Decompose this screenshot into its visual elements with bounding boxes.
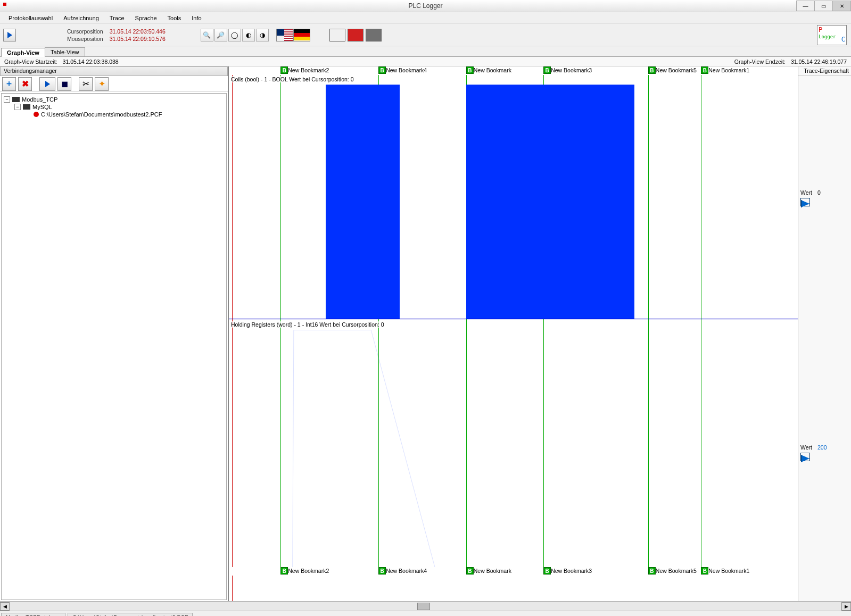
start-time-value: 31.05.14 22:03:38.038 xyxy=(63,59,119,65)
trace-properties-panel: Trace-Eigenschaft Wert 0 Wert 200 xyxy=(798,66,851,601)
color-swatch-2[interactable] xyxy=(348,29,363,41)
chart-pane-holding[interactable]: Holding Registers (word) - 1 - Int16 Wer… xyxy=(229,320,798,567)
tab-table-view[interactable]: Table-View xyxy=(45,47,85,56)
menu-trace[interactable]: Trace xyxy=(104,13,130,23)
bookmark-0[interactable]: BNew Bookmark2 xyxy=(280,66,329,74)
wert-label-1: Wert xyxy=(800,189,812,196)
menu-info[interactable]: Info xyxy=(186,13,206,23)
scroll-right-button[interactable]: ▶ xyxy=(841,602,851,611)
bookmark-icon: B xyxy=(280,567,288,575)
wert-value-1: 0 xyxy=(817,189,821,196)
zoom-fit-button[interactable]: ◯ xyxy=(228,29,241,41)
bookmark-label: New Bookmark xyxy=(474,568,511,574)
menu-sprache[interactable]: Sprache xyxy=(130,13,162,23)
app-logo: P Logger C xyxy=(817,25,847,45)
bookmark-label: New Bookmark2 xyxy=(288,568,329,574)
scroll-thumb[interactable] xyxy=(417,603,430,610)
delete-connection-button[interactable]: ✖ xyxy=(18,77,32,91)
zoom-group: 🔍 🔎 ◯ ◐ ◑ xyxy=(201,29,269,41)
clear-button[interactable]: ✦ xyxy=(95,77,109,91)
bookmark-label: New Bookmark1 xyxy=(708,568,749,574)
cursor-pos-value: 31.05.14 22:03:50.446 xyxy=(110,28,166,35)
end-time-label: Graph-View Endzeit: xyxy=(734,59,786,65)
window-title: PLC Logger xyxy=(408,2,442,10)
lang-de-button[interactable] xyxy=(293,29,310,41)
cursor-pos-label: Cursorposition xyxy=(67,28,103,35)
time-info-row: Graph-View Startzeit: 31.05.14 22:03:38.… xyxy=(0,57,851,66)
chart-pane-coils[interactable]: Coils (bool) - 1 - BOOL Wert bei Cursorp… xyxy=(229,75,798,320)
nav-next-button[interactable]: ◑ xyxy=(256,29,269,41)
maximize-button[interactable]: ▭ xyxy=(814,1,833,11)
menu-protokollauswahl[interactable]: Protokollauswahl xyxy=(3,13,58,23)
bookmark-4[interactable]: BNew Bookmark5 xyxy=(648,66,697,74)
play-icon xyxy=(801,455,809,462)
bookmark-3[interactable]: BNew Bookmark3 xyxy=(543,567,592,575)
tree-child-label: MySQL xyxy=(32,104,52,110)
toolbar: Cursorposition 31.05.14 22:03:50.446 Mou… xyxy=(0,24,851,46)
color-swatch-3[interactable] xyxy=(366,29,382,41)
zoom-out-button[interactable]: 🔎 xyxy=(214,29,227,41)
trace-play-button-2[interactable] xyxy=(800,453,810,461)
start-record-button[interactable] xyxy=(39,77,55,91)
tree-root-label: Modbus_TCP xyxy=(22,96,57,103)
bookmark-icon: B xyxy=(378,66,386,74)
bookmark-3[interactable]: BNew Bookmark3 xyxy=(543,66,592,74)
language-group xyxy=(276,29,310,41)
view-tabs: Graph-View Table-View xyxy=(0,46,851,57)
tab-graph-view[interactable]: Graph-View xyxy=(1,48,45,57)
bookmark-5[interactable]: BNew Bookmark1 xyxy=(701,66,749,74)
trace-play-button-1[interactable] xyxy=(800,198,810,206)
close-button[interactable]: ✕ xyxy=(832,1,851,11)
minimize-button[interactable]: — xyxy=(796,1,815,11)
scroll-track[interactable] xyxy=(10,602,841,611)
line-chart-svg xyxy=(229,320,798,567)
bookmark-vline-0 xyxy=(280,75,281,320)
bookmark-5[interactable]: BNew Bookmark1 xyxy=(701,567,749,575)
file-icon xyxy=(34,112,39,117)
trace-prop-section-1: Wert 0 xyxy=(798,76,851,338)
horizontal-scrollbar[interactable]: ◀ ▶ xyxy=(0,601,851,611)
end-time-value: 31.05.14 22:46:19.077 xyxy=(791,59,847,65)
status-database: ModbusTCPDatabase xyxy=(1,613,65,617)
add-connection-button[interactable]: ＋ xyxy=(2,77,16,91)
start-time-label: Graph-View Startzeit: xyxy=(4,59,57,65)
expand-icon[interactable]: − xyxy=(14,104,21,110)
bookmark-1[interactable]: BNew Bookmark4 xyxy=(378,567,427,575)
tree-node-root[interactable]: − Modbus_TCP xyxy=(4,96,224,103)
run-button[interactable] xyxy=(3,29,16,41)
bookmark-icon: B xyxy=(280,66,288,74)
bookmark-1[interactable]: BNew Bookmark4 xyxy=(378,66,427,74)
tree-node-child[interactable]: − MySQL xyxy=(14,103,224,111)
expand-icon[interactable]: − xyxy=(4,96,10,103)
menu-tools[interactable]: Tools xyxy=(162,13,187,23)
color-swatch-1[interactable] xyxy=(329,29,345,41)
bookmark-2[interactable]: BNew Bookmark xyxy=(466,567,511,575)
nav-prev-button[interactable]: ◐ xyxy=(242,29,255,41)
titlebar: PLC Logger — ▭ ✕ xyxy=(0,0,851,12)
wert-label-2: Wert xyxy=(800,444,812,451)
database-icon xyxy=(23,104,30,110)
bookmark-4[interactable]: BNew Bookmark5 xyxy=(648,567,697,575)
bookmark-0[interactable]: BNew Bookmark2 xyxy=(280,567,329,575)
zoom-in-button[interactable]: 🔍 xyxy=(201,29,213,41)
bookmark-strip-top: BNew Bookmark2BNew Bookmark4BNew Bookmar… xyxy=(229,66,798,75)
color-group xyxy=(329,29,382,41)
scroll-left-button[interactable]: ◀ xyxy=(0,602,10,611)
bool-high-block-1 xyxy=(466,85,634,319)
wert-value-2: 200 xyxy=(817,444,827,451)
lang-en-button[interactable] xyxy=(276,29,293,41)
bookmark-label: New Bookmark1 xyxy=(708,67,749,73)
tools-button[interactable]: ✂ xyxy=(79,77,93,91)
bookmark-vline-5 xyxy=(701,75,701,320)
tree-node-leaf[interactable]: C:\Users\Stefan\Documents\modbustest2.PC… xyxy=(25,111,224,118)
menu-aufzeichnung[interactable]: Aufzeichnung xyxy=(58,13,104,23)
bookmark-icon: B xyxy=(701,567,708,575)
bookmark-2[interactable]: BNew Bookmark xyxy=(466,66,511,74)
graph-main[interactable]: BNew Bookmark2BNew Bookmark4BNew Bookmar… xyxy=(229,66,798,601)
stop-record-button[interactable]: ◼ xyxy=(57,77,71,91)
connection-tree[interactable]: − Modbus_TCP − MySQL C:\Users\Stefan\Doc… xyxy=(1,93,227,600)
bookmark-label: New Bookmark4 xyxy=(386,568,427,574)
bookmark-icon: B xyxy=(466,66,474,74)
trace-properties-header: Trace-Eigenschaft xyxy=(798,66,851,76)
bookmark-icon: B xyxy=(648,567,656,575)
